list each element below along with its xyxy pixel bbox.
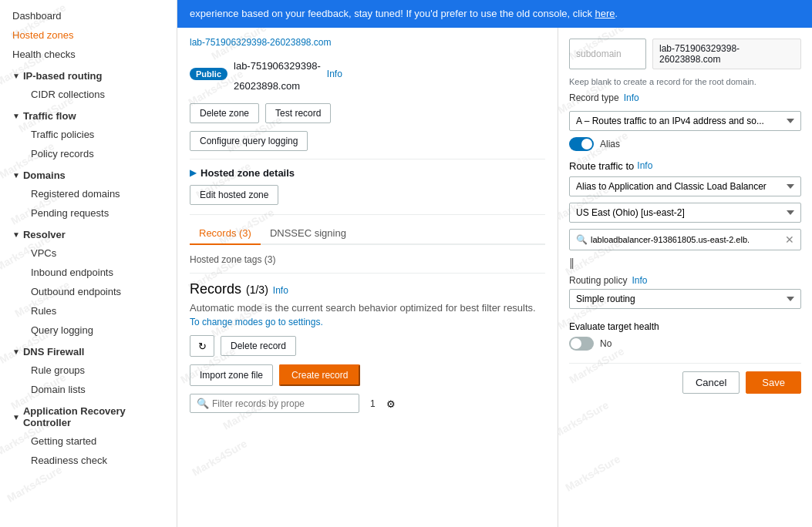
record-type-label: Record type (569, 92, 619, 103)
configure-logging-button[interactable]: Configure query logging (190, 131, 308, 151)
zone-title-row: Public lab-751906329398- 26023898.com In… (190, 54, 545, 94)
sidebar-item-vpcs[interactable]: VPCs (19, 243, 177, 263)
records-count: (1/3) (246, 284, 268, 296)
sidebar-item-pending-requests[interactable]: Pending requests (19, 203, 177, 223)
arrow-icon: ▼ (12, 112, 20, 120)
edit-btn-row: Edit hosted zone (190, 185, 545, 205)
alias-label: Alias (600, 139, 620, 149)
delete-record-button[interactable]: Delete record (221, 336, 296, 356)
tabs-row: Records (3) DNSSEC signing (190, 223, 545, 245)
sidebar-item-traffic-policies[interactable]: Traffic policies (19, 125, 177, 144)
sidebar-item-readiness-check[interactable]: Readiness check (19, 451, 177, 470)
route-traffic-info[interactable]: Info (637, 160, 652, 171)
sidebar-section-dns-firewall[interactable]: ▼ DNS Firewall (0, 340, 177, 361)
sidebar-item-outbound-endpoints[interactable]: Outbound endpoints (19, 282, 177, 301)
evaluate-health-label: Evaluate target health (569, 321, 801, 332)
search-row: 🔍 1 ⚙ (190, 394, 545, 413)
sidebar-item-cidr-collections[interactable]: CIDR collections (19, 85, 177, 104)
zone-info-link[interactable]: Info (327, 69, 342, 79)
zone-action-buttons: Delete zone Test record (190, 103, 545, 123)
sidebar-section-arc[interactable]: ▼ Application Recovery Controller (0, 399, 177, 431)
record-type-info[interactable]: Info (624, 92, 639, 103)
main-area: experience based on your feedback, stay … (177, 0, 812, 527)
hosted-zone-details-header[interactable]: ▶ Hosted zone details (190, 167, 545, 179)
panel-footer: Cancel Save (569, 363, 801, 394)
sidebar-section-resolver[interactable]: ▼ Resolver (0, 223, 177, 243)
sidebar-item-dashboard[interactable]: Dashboard (0, 6, 177, 25)
sidebar-item-query-logging[interactable]: Query logging (19, 321, 177, 340)
routing-policy-row: Routing policy Info Simple routing (569, 275, 801, 315)
subdomain-row: lab-751906329398-26023898.com (569, 39, 801, 69)
alias-toggle[interactable] (569, 137, 594, 151)
sidebar-item-domain-lists[interactable]: Domain lists (19, 380, 177, 399)
records-header: Records (1/3) Info (190, 281, 545, 297)
divider-2 (190, 214, 545, 215)
subdomain-hint: Keep blank to create a record for the ro… (569, 77, 801, 86)
import-create-row: Import zone file Create record (190, 364, 545, 386)
hosted-zone-details-label: Hosted zone details (200, 167, 295, 179)
public-badge: Public (190, 68, 227, 80)
load-balancer-input[interactable] (591, 235, 782, 244)
sidebar-section-domains[interactable]: ▼ Domains (0, 163, 177, 184)
sidebar-section-ip-routing[interactable]: ▼ IP-based routing (0, 64, 177, 85)
search-box: 🔍 (190, 394, 359, 413)
zone-name: lab-751906329398- 26023898.com (234, 54, 321, 94)
search-icon: 🔍 (197, 398, 209, 409)
sidebar-item-health-checks[interactable]: Health checks (0, 45, 177, 64)
sidebar-item-hosted-zones[interactable]: Hosted zones (0, 25, 177, 45)
banner-link[interactable]: here (595, 8, 615, 19)
import-zone-button[interactable]: Import zone file (190, 364, 273, 386)
records-subtitle: Automatic mode is the current search beh… (190, 300, 545, 330)
tags-label: Hosted zone tags (3) (190, 254, 545, 265)
center-content: Marks4Sure Marks4Sure Marks4Sure Marks4S… (177, 28, 558, 528)
breadcrumb[interactable]: lab-751906329398-26023898.com (190, 37, 545, 48)
region-select[interactable]: US East (Ohio) [us-east-2] (569, 203, 801, 223)
clear-icon[interactable]: ✕ (785, 233, 794, 246)
search-icon-lb: 🔍 (576, 234, 588, 245)
refresh-button[interactable]: ↻ (190, 335, 214, 357)
tab-records[interactable]: Records (3) (190, 223, 261, 245)
records-actions: ↻ Delete record (190, 335, 545, 357)
subdomain-input[interactable] (569, 39, 646, 69)
test-record-button[interactable]: Test record (265, 103, 331, 123)
sidebar-item-getting-started[interactable]: Getting started (19, 431, 177, 451)
right-panel: Marks4Sure Marks4Sure Marks4Sure Marks4S… (558, 28, 812, 528)
arrow-icon: ▼ (12, 413, 20, 421)
sidebar-item-policy-records[interactable]: Policy records (19, 144, 177, 163)
divider-3 (190, 273, 545, 274)
route-traffic-label: Route traffic to Info (569, 160, 801, 172)
page-indicator: 1 (366, 398, 380, 409)
routing-policy-select[interactable]: Simple routing (569, 289, 801, 309)
evaluate-health-toggle[interactable] (569, 337, 594, 351)
evaluate-health-toggle-row: No (569, 337, 801, 351)
settings-icon-button[interactable]: ⚙ (386, 398, 396, 410)
alias-toggle-row: Alias (569, 137, 801, 151)
load-balancer-search[interactable]: 🔍 ✕ (569, 229, 801, 250)
arrow-icon: ▼ (12, 72, 20, 80)
sidebar-item-registered-domains[interactable]: Registered domains (19, 184, 177, 203)
routing-policy-info[interactable]: Info (632, 275, 647, 286)
save-button[interactable]: Save (746, 371, 801, 394)
delete-zone-button[interactable]: Delete zone (190, 103, 259, 123)
cancel-button[interactable]: Cancel (682, 371, 740, 394)
sidebar-item-rules[interactable]: Rules (19, 301, 177, 321)
create-record-button[interactable]: Create record (279, 364, 360, 386)
configure-logging-row: Configure query logging (190, 131, 545, 151)
search-input[interactable] (212, 398, 352, 409)
record-type-select[interactable]: A – Routes traffic to an IPv4 address an… (569, 111, 801, 131)
sidebar-item-inbound-endpoints[interactable]: Inbound endpoints (19, 263, 177, 282)
settings-icon: ⚙ (386, 398, 396, 410)
alias-target-select[interactable]: Alias to Application and Classic Load Ba… (569, 176, 801, 196)
change-modes-link[interactable]: To change modes go to settings. (190, 317, 323, 327)
sidebar: Marks4Sure Marks4Sure Marks4Sure Marks4S… (0, 0, 177, 527)
sidebar-item-rule-groups[interactable]: Rule groups (19, 361, 177, 380)
edit-hosted-zone-button[interactable]: Edit hosted zone (190, 185, 278, 205)
records-title: Records (190, 281, 241, 297)
domain-value: lab-751906329398-26023898.com (652, 39, 801, 69)
arrow-icon: ▼ (12, 230, 20, 239)
tab-dnssec[interactable]: DNSSEC signing (261, 223, 355, 245)
sidebar-section-traffic-flow[interactable]: ▼ Traffic flow (0, 104, 177, 125)
arrow-icon: ▼ (12, 347, 20, 356)
records-info-link[interactable]: Info (273, 285, 288, 296)
routing-policy-label: Routing policy (569, 275, 627, 286)
